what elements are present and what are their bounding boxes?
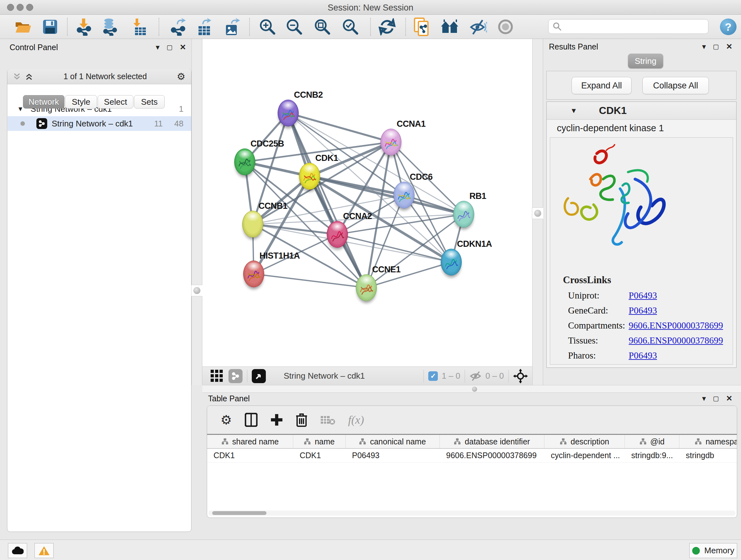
table-hscrollbar[interactable] [208, 510, 736, 516]
import-network-icon[interactable] [75, 18, 93, 36]
search-icon [552, 22, 561, 31]
network-node-RB1[interactable] [453, 201, 474, 228]
network-node-HIST1H1A[interactable] [243, 260, 264, 287]
first-neighbors-icon[interactable] [441, 18, 458, 36]
tab-style[interactable]: Style [65, 95, 97, 109]
search-box[interactable] [548, 19, 709, 34]
card-caret-icon[interactable]: ▼ [570, 107, 577, 115]
expand-all-icon[interactable] [24, 72, 33, 81]
network-node-CDKN1A[interactable] [441, 249, 462, 275]
float-panel-icon[interactable]: ▢ [713, 43, 719, 51]
memory-button[interactable]: Memory [689, 543, 737, 558]
horizontal-splitter[interactable] [202, 385, 741, 393]
left-splitter[interactable] [192, 39, 202, 385]
column-label: @id [650, 437, 665, 446]
zoom-selected-icon[interactable] [341, 18, 359, 36]
birdseye-view-icon[interactable] [252, 369, 266, 383]
search-input[interactable] [561, 22, 704, 31]
protein-structure-image [555, 140, 733, 266]
zoom-fit-icon[interactable] [313, 18, 331, 36]
network-node-CCNB1[interactable] [242, 211, 263, 238]
network-node-CDK1[interactable] [299, 163, 320, 190]
gear-icon[interactable]: ⚙ [220, 413, 232, 427]
tree-caret-icon[interactable]: ▼ [17, 105, 23, 113]
tab-network[interactable]: Network [23, 95, 64, 109]
network-node-CCNE1[interactable] [356, 274, 377, 301]
close-panel-icon[interactable]: ✕ [726, 42, 732, 51]
crosslink-link[interactable]: P06493 [629, 305, 657, 316]
show-columns-icon[interactable] [245, 413, 258, 427]
column-header-namespace[interactable]: namespace [679, 435, 737, 448]
delete-table-icon[interactable] [320, 414, 335, 426]
close-panel-icon[interactable]: ✕ [180, 43, 186, 52]
export-table-icon[interactable] [195, 18, 213, 36]
cloud-button[interactable] [8, 543, 27, 558]
protein-structure-thumbnail [330, 228, 346, 244]
collapse-all-button[interactable]: Collapse All [643, 77, 709, 94]
table-row[interactable]: CDK1CDK1P064939606.ENSP00000378699cyclin… [207, 449, 737, 462]
edge[interactable] [254, 274, 366, 288]
zoom-in-icon[interactable] [259, 18, 276, 36]
float-panel-icon[interactable]: ▢ [166, 44, 173, 51]
edge[interactable] [253, 224, 337, 234]
float-panel-icon[interactable]: ▢ [713, 395, 719, 402]
show-all-icon[interactable] [496, 18, 515, 36]
tab-select[interactable]: Select [98, 95, 133, 109]
scrollbar-thumb[interactable] [212, 511, 266, 515]
open-folder-icon[interactable] [14, 18, 32, 36]
grid-view-icon[interactable] [210, 369, 224, 383]
clone-network-icon[interactable] [413, 18, 431, 36]
delete-icon[interactable] [296, 413, 307, 427]
string-view-icon[interactable] [228, 369, 243, 383]
collapse-panel-icon[interactable]: ▾ [702, 394, 706, 403]
attribute-type-icon [639, 438, 647, 445]
crosslink-link[interactable]: 9606.ENSP00000378699 [629, 320, 723, 331]
column-header-database-identifier[interactable]: database identifier [440, 435, 544, 448]
export-network-icon[interactable] [170, 18, 187, 36]
crosslink-link[interactable]: P06493 [629, 290, 657, 301]
close-panel-icon[interactable]: ✕ [726, 394, 732, 403]
column-header-shared-name[interactable]: shared name [207, 435, 293, 448]
import-database-icon[interactable] [101, 18, 119, 36]
network-tree-item[interactable]: String Network – cdk1 11 48 [8, 116, 191, 131]
collapse-panel-icon[interactable]: ▾ [702, 42, 706, 51]
edge[interactable] [288, 113, 366, 288]
refresh-icon[interactable] [378, 18, 396, 36]
main-toolbar: ? [0, 15, 741, 39]
help-icon[interactable]: ? [720, 18, 737, 35]
right-splitter-handle[interactable] [532, 207, 543, 219]
crosslink-link[interactable]: P06493 [629, 350, 657, 361]
column-header-canonical-name[interactable]: canonical name [346, 435, 440, 448]
export-image-icon[interactable] [223, 18, 241, 36]
gear-icon[interactable]: ⚙ [177, 71, 185, 82]
node-label: CCNA2 [343, 211, 372, 221]
network-node-CCNA2[interactable] [327, 221, 348, 248]
collapse-all-icon[interactable] [12, 72, 21, 81]
crosslink-link[interactable]: 9606.ENSP00000378699 [629, 335, 723, 346]
zoom-out-icon[interactable] [285, 18, 303, 36]
results-tab-string[interactable]: String [628, 54, 663, 68]
add-icon[interactable] [270, 414, 283, 426]
import-table-icon[interactable] [130, 18, 148, 36]
hide-selected-icon[interactable] [469, 18, 487, 36]
save-icon[interactable] [41, 18, 59, 36]
selected-checkbox-icon[interactable]: ✓ [428, 371, 438, 381]
splitter-handle[interactable] [472, 387, 477, 392]
protein-structure-thumbnail [237, 156, 253, 172]
left-splitter-handle[interactable] [191, 285, 203, 296]
column-header-name[interactable]: name [293, 435, 346, 448]
warning-button[interactable] [35, 543, 54, 558]
network-canvas[interactable]: CCNB2CCNA1CDC25BCDK1CDC6RB1CCNB1CCNA2CDK… [202, 39, 532, 367]
tab-sets[interactable]: Sets [134, 95, 165, 109]
column-header-description[interactable]: description [544, 435, 625, 448]
network-node-CDC25B[interactable] [234, 148, 255, 175]
network-node-CCNB2[interactable] [278, 100, 299, 126]
edge[interactable] [288, 113, 464, 214]
network-node-CDC6[interactable] [394, 182, 414, 208]
expand-all-button[interactable]: Expand All [571, 77, 631, 94]
network-node-CCNA1[interactable] [381, 129, 401, 155]
collapse-panel-icon[interactable]: ▾ [156, 43, 159, 52]
column-header--id[interactable]: @id [625, 435, 679, 448]
pan-crosshair-icon[interactable] [513, 369, 528, 383]
right-splitter[interactable] [532, 39, 543, 385]
